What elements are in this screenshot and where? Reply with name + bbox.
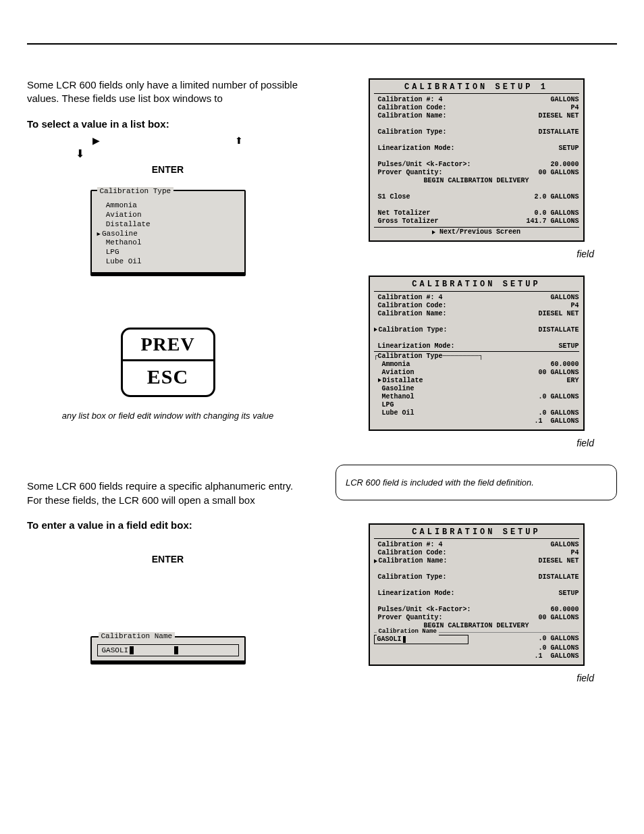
prev-esc-button[interactable]: PREV ESC <box>121 328 215 397</box>
panel-row: .1 GALLONS <box>374 652 579 660</box>
intro-editbox: Some LCR 600 fields require a specific a… <box>27 479 308 507</box>
panel-row: Pulses/Unit <k-Factor>:60.0000 <box>374 606 579 614</box>
heading-enter-editbox: To enter a value in a field edit box: <box>27 519 308 531</box>
panel2-sub-item: LPG <box>374 401 579 409</box>
panel-row <box>374 201 579 209</box>
panel2-sub-item: Aviation00 GALLONS <box>374 369 579 377</box>
panel-row <box>374 565 579 573</box>
listbox-item[interactable]: Lube Oil <box>97 257 239 267</box>
listbox-item[interactable]: LPG <box>97 248 239 257</box>
panel-row <box>374 581 579 590</box>
panel-row: Calibration Name:DIESEL NET <box>374 557 579 565</box>
panel-row: Calibration Type:DISTALLATE <box>374 128 579 136</box>
mini-cursor-icon <box>403 636 406 643</box>
panel-row: Linearization Mode:SETUP <box>374 145 579 153</box>
esc-label: ESC <box>123 359 213 395</box>
panel2-title: CALIBRATION SETUP <box>374 280 579 291</box>
editbox-title: Calibration Name <box>99 632 176 640</box>
enter-label-1: ENTER <box>27 164 308 175</box>
panel-row: Linearization Mode:SETUP <box>374 342 579 350</box>
panel-row <box>374 120 579 128</box>
panel2-sub-item: DistallateERY <box>374 377 579 385</box>
panel-row: Prover Quantity:00 GALLONS <box>374 169 579 177</box>
panel-row: S1 Close2.0 GALLONS <box>374 193 579 201</box>
panel2-sub-item: Lube Oil.0 GALLONS <box>374 409 579 417</box>
panel-row: Calibration Code:P4 <box>374 302 579 310</box>
top-rule <box>27 43 617 45</box>
listbox-item[interactable]: Aviation <box>97 211 239 220</box>
editbox-value: GASOLI <box>102 646 129 654</box>
listbox-item[interactable]: Gasoline <box>97 230 239 239</box>
panel-row: Calibration Code:P4 <box>374 104 579 112</box>
panel-row <box>374 334 579 342</box>
caption-field-2: field <box>336 438 594 448</box>
panel-row <box>374 153 579 161</box>
panel-row: Pulses/Unit <k-Factor>:20.0000 <box>374 161 579 169</box>
lcd-panel-1: CALIBRATION SETUP 1 Calibration #: 4GALL… <box>369 78 585 242</box>
text-cursor-icon <box>130 646 134 654</box>
panel-row: Calibration Name:DIESEL NET <box>374 112 579 120</box>
panel-row: Calibration #: 4GALLONS <box>374 96 579 104</box>
note-box: LCR 600 field is included with the field… <box>336 465 617 500</box>
arrow-right-icon: ▶ <box>92 135 100 146</box>
panel-row: Calibration Type:DISTALLATE <box>374 573 579 581</box>
intro-listbox: Some LCR 600 fields only have a limited … <box>27 78 308 106</box>
calibration-type-listbox[interactable]: Calibration Type Ammonia Aviation Distal… <box>90 190 246 273</box>
arrow-down-icon: ⬇ <box>0 147 308 160</box>
listbox-title: Calibration Type <box>97 187 174 197</box>
panel-row: Calibration Code:P4 <box>374 549 579 557</box>
caption-field-3: field <box>336 673 594 683</box>
panel-row <box>374 185 579 193</box>
prev-label: PREV <box>123 330 213 359</box>
panel-row <box>374 136 579 145</box>
panel-row <box>374 318 579 326</box>
listbox-item[interactable]: Distallate <box>97 220 239 230</box>
panel-row: Calibration Name:DIESEL NET <box>374 310 579 318</box>
panel-row: Net Totalizer0.0 GALLONS <box>374 209 579 217</box>
panel2-sub-item: Ammonia60.0000 <box>374 361 579 369</box>
panel-row: Calibration #: 4GALLONS <box>374 541 579 549</box>
heading-select-listbox: To select a value in a list box: <box>27 118 308 130</box>
panel2-tail: .1 GALLONS <box>374 417 579 425</box>
panel1-footer: Next/Previous Screen <box>374 227 579 236</box>
panel1-title: CALIBRATION SETUP 1 <box>374 82 579 94</box>
text-caret-end-icon <box>174 646 178 654</box>
listbox-item[interactable]: Ammonia <box>97 201 239 211</box>
panel-row: Linearization Mode:SETUP <box>374 590 579 598</box>
panel-row: Gross Totalizer141.7 GALLONS <box>374 217 579 226</box>
panel-row: Calibration #: 4GALLONS <box>374 294 579 302</box>
panel3-edit-label: Calibration Name <box>377 628 439 635</box>
panel-row: .0 GALLONS <box>374 644 579 652</box>
calibration-name-editbox[interactable]: Calibration Name GASOLI <box>90 636 246 662</box>
caption-prev-esc: any list box or field edit window with c… <box>27 411 308 422</box>
caption-field-1: field <box>336 249 594 259</box>
panel2-sub-item: Gasoline <box>374 385 579 393</box>
panel3-title: CALIBRATION SETUP <box>374 527 579 539</box>
arrow-up-icon: ⬆ <box>235 135 243 146</box>
lcd-panel-3: CALIBRATION SETUP Calibration #: 4GALLON… <box>369 523 585 666</box>
listbox-item[interactable]: Methanol <box>97 238 239 248</box>
panel-row <box>374 598 579 606</box>
triangle-right-icon <box>432 230 435 234</box>
panel1-center: BEGIN CALIBRATION DELIVERY <box>374 177 579 185</box>
panel-row: Calibration Type:DISTALLATE <box>374 326 579 334</box>
panel-row: Prover Quantity:00 GALLONS <box>374 614 579 622</box>
enter-label-2: ENTER <box>27 554 308 565</box>
panel2-sub-item: Methanol.0 GALLONS <box>374 393 579 401</box>
lcd-panel-2: CALIBRATION SETUP Calibration #: 4GALLON… <box>369 276 585 430</box>
panel3-editbox: GASOLI <box>374 635 468 644</box>
